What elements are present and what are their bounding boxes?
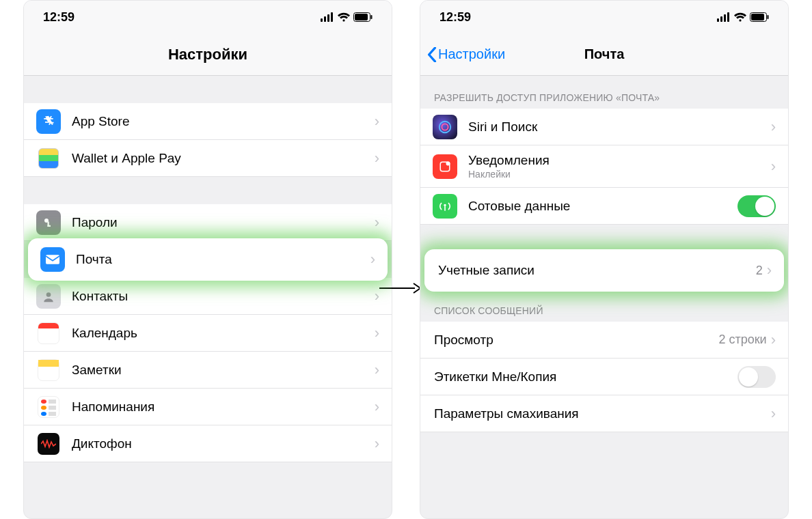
chevron-right-icon: › [771,405,776,423]
row-reminders[interactable]: Напоминания › [24,389,392,425]
svg-point-11 [46,292,51,297]
wallet-icon [36,146,61,171]
row-app-store[interactable]: App Store › [24,103,392,140]
row-contacts[interactable]: Контакты › [24,278,392,315]
mail-icon [40,247,65,272]
tocc-toggle[interactable] [737,366,776,388]
voice-memos-icon [36,432,61,456]
status-bar: 12:59 [24,1,392,33]
nav-header: Настройки [24,33,392,76]
row-tocc-labels[interactable]: Этикетки Мне/Копия [420,359,788,395]
svg-rect-10 [46,255,59,264]
svg-rect-5 [355,14,368,20]
chevron-right-icon: › [771,331,776,349]
row-label: App Store [72,114,375,129]
wifi-icon [337,12,351,22]
chevron-right-icon: › [375,324,379,342]
chevron-left-icon [427,47,437,62]
row-label: Пароли [72,215,375,230]
row-label: Учетные записи [438,263,756,278]
chevron-right-icon: › [375,398,379,416]
notifications-icon [433,154,457,179]
row-accounts[interactable]: Учетные записи 2 › [424,252,784,289]
status-time: 12:59 [439,10,471,25]
key-icon [36,210,61,235]
section-message-list: СПИСОК СООБЩЕНИЙ [420,289,788,322]
svg-point-21 [442,124,448,130]
svg-rect-25 [444,206,446,211]
wifi-icon [733,12,747,22]
svg-rect-9 [48,225,51,226]
appstore-icon [36,109,61,134]
chevron-right-icon: › [375,214,379,232]
svg-rect-2 [327,14,329,22]
row-label: Сотовые данные [468,199,737,214]
row-preview[interactable]: Просмотр 2 строки › [420,322,788,359]
row-mail[interactable]: Почта › [28,241,388,278]
status-icons [321,12,373,22]
calendar-icon [36,321,61,346]
chevron-right-icon: › [771,118,776,136]
row-siri-search[interactable]: Siri и Поиск › [420,109,788,145]
row-wallet[interactable]: Wallet и Apple Pay › [24,140,392,177]
svg-rect-6 [371,15,373,19]
chevron-right-icon: › [375,361,379,379]
reminders-icon [36,395,61,419]
svg-rect-0 [321,18,323,22]
chevron-right-icon: › [375,113,379,130]
row-notifications[interactable]: Уведомления Наклейки › [420,145,788,188]
svg-rect-18 [751,14,764,20]
cellular-icon [321,12,334,22]
chevron-right-icon: › [370,251,375,268]
row-notes[interactable]: Заметки › [24,352,392,389]
status-bar: 12:59 [420,1,788,33]
chevron-right-icon: › [375,150,379,167]
arrow-indicator [379,280,420,299]
row-calendar[interactable]: Календарь › [24,315,392,352]
chevron-right-icon: › [771,158,776,176]
svg-rect-3 [331,12,333,22]
settings-screen: 12:59 Настройки App Store › Wallet и App… [23,0,392,519]
row-swipe-options[interactable]: Параметры смахивания › [420,395,788,432]
row-label: Контакты [72,289,375,304]
page-title: Почта [584,46,625,62]
cellular-toggle[interactable] [737,195,776,217]
chevron-right-icon: › [767,262,772,279]
svg-rect-1 [324,16,326,22]
row-label: Параметры смахивания [434,406,771,421]
nav-header: Настройки Почта [420,33,788,76]
chevron-right-icon: › [375,287,379,305]
status-time: 12:59 [43,10,75,25]
back-label: Настройки [438,46,505,62]
highlighted-mail-row: Почта › [24,241,392,278]
row-subtitle: Наклейки [468,169,771,180]
row-voice-memos[interactable]: Диктофон › [24,425,392,462]
svg-rect-13 [717,18,719,22]
row-label: Заметки [72,363,375,378]
svg-rect-15 [724,14,726,22]
row-label: Диктофон [72,436,375,451]
row-label: Напоминания [72,399,375,415]
siri-icon [433,115,457,139]
row-label: Просмотр [434,333,718,348]
row-cellular-data[interactable]: Сотовые данные [420,188,788,225]
accounts-count: 2 [756,264,763,278]
highlighted-accounts-row: Учетные записи 2 › [420,252,788,289]
row-label: Этикетки Мне/Копия [434,369,737,384]
section-allow-access: РАЗРЕШИТЬ ДОСТУП ПРИЛОЖЕНИЮ «ПОЧТА» [420,76,788,109]
battery-icon [353,12,373,22]
row-label: Wallet и Apple Pay [72,151,375,166]
row-label: Почта [76,252,370,267]
page-title: Настройки [24,46,392,64]
contacts-icon [36,284,61,309]
back-button[interactable]: Настройки [420,46,505,62]
row-label: Календарь [72,326,375,341]
cellular-icon [717,12,731,22]
row-passwords[interactable]: Пароли › [24,204,392,241]
settings-list: App Store › Wallet и Apple Pay › Пароли … [24,76,392,462]
cellular-data-icon [433,194,457,219]
row-label: Siri и Поиск [468,120,771,135]
status-icons [717,12,769,22]
svg-rect-16 [727,12,729,22]
chevron-right-icon: › [375,435,379,453]
